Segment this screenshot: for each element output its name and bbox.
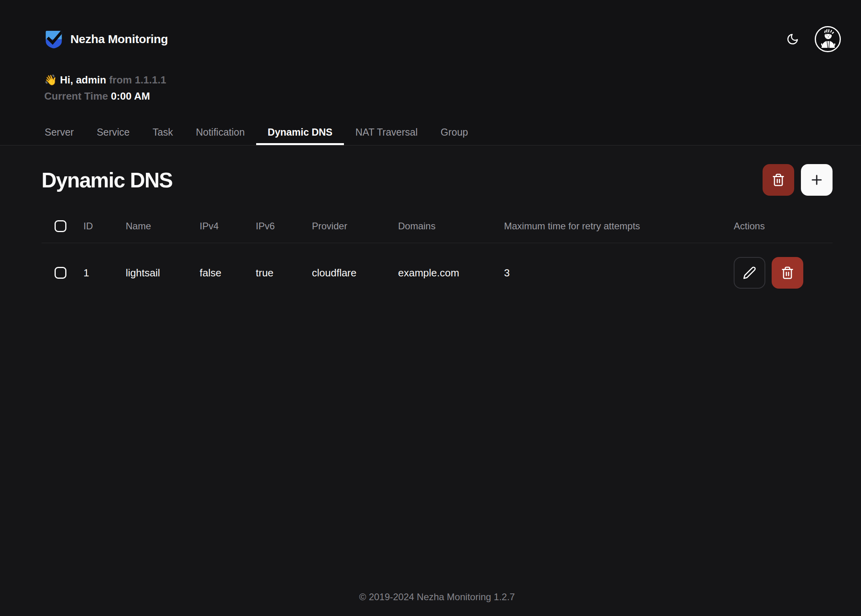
tab-label: Service [97, 127, 130, 138]
active-tab-indicator [256, 143, 344, 145]
tab-label: Server [45, 127, 74, 138]
cell-actions [734, 257, 833, 289]
table-row: 1 lightsail false true cloudflare exampl… [42, 243, 833, 302]
tab-task[interactable]: Task [141, 119, 184, 145]
header-actions [786, 26, 841, 52]
greeting-from: from 1.1.1.1 [109, 74, 166, 86]
avatar[interactable] [815, 26, 841, 52]
header-max-retry: Maximum time for retry attempts [504, 221, 734, 232]
cell-domains: example.com [398, 267, 504, 279]
row-checkbox-cell [42, 267, 83, 279]
cell-max-retry: 3 [504, 267, 734, 279]
cell-id: 1 [83, 267, 126, 279]
row-checkbox[interactable] [55, 267, 66, 279]
tab-dynamic-dns[interactable]: Dynamic DNS [256, 119, 344, 145]
header-ipv4: IPv4 [200, 221, 256, 232]
page-actions [763, 164, 833, 196]
trash-icon [781, 266, 794, 280]
current-time-value: 0:00 AM [111, 90, 150, 102]
select-all-checkbox[interactable] [55, 220, 66, 232]
tab-label: Task [153, 127, 173, 138]
current-time-line: Current Time 0:00 AM [44, 88, 841, 104]
nav-tabs: Server Service Task Notification Dynamic… [33, 119, 480, 145]
delete-row-button[interactable] [772, 257, 803, 289]
footer-copyright: © 2019-2024 Nezha Monitoring 1.2.7 [42, 591, 833, 603]
plus-icon [809, 172, 824, 187]
avatar-illustration [816, 27, 840, 51]
nezha-logo-icon [44, 29, 63, 49]
tab-label: Dynamic DNS [268, 127, 332, 138]
header-provider: Provider [312, 221, 398, 232]
delete-selected-button[interactable] [763, 164, 794, 196]
header-id: ID [83, 221, 126, 232]
greeting-block: 👋 Hi, admin from 1.1.1.1 Current Time 0:… [44, 72, 841, 104]
header-name: Name [126, 221, 200, 232]
tab-label: Notification [196, 127, 245, 138]
header-domains: Domains [398, 221, 504, 232]
brand-name: Nezha Monitoring [70, 32, 168, 46]
tab-label: NAT Traversal [355, 127, 417, 138]
cell-ipv4: false [200, 267, 256, 279]
tab-nat-traversal[interactable]: NAT Traversal [344, 119, 429, 145]
tab-service[interactable]: Service [85, 119, 141, 145]
pencil-icon [743, 266, 756, 280]
site-header: Nezha Monitoring [0, 0, 861, 145]
page-head: Dynamic DNS [42, 164, 833, 196]
brand-row: Nezha Monitoring [44, 0, 841, 52]
ddns-table: ID Name IPv4 IPv6 Provider Domains Maxim… [42, 209, 833, 302]
cell-ipv6: true [256, 267, 312, 279]
tab-label: Group [441, 127, 468, 138]
cell-provider: cloudflare [312, 267, 398, 279]
edit-row-button[interactable] [734, 257, 765, 289]
tab-group[interactable]: Group [429, 119, 480, 145]
brand[interactable]: Nezha Monitoring [44, 29, 168, 49]
wave-emoji: 👋 [44, 74, 57, 86]
tab-notification[interactable]: Notification [184, 119, 256, 145]
greeting-text: Hi, admin [60, 74, 106, 86]
moon-icon [786, 33, 799, 45]
trash-icon [772, 173, 785, 187]
greeting-line: 👋 Hi, admin from 1.1.1.1 [44, 72, 841, 88]
cell-name: lightsail [126, 267, 200, 279]
header-checkbox-cell [42, 220, 83, 232]
current-time-label: Current Time [44, 90, 108, 102]
header-actions: Actions [734, 221, 833, 232]
add-record-button[interactable] [801, 164, 833, 196]
page-title: Dynamic DNS [42, 168, 172, 192]
header-ipv6: IPv6 [256, 221, 312, 232]
theme-toggle-button[interactable] [786, 33, 799, 45]
table-header-row: ID Name IPv4 IPv6 Provider Domains Maxim… [42, 209, 833, 243]
tab-server[interactable]: Server [33, 119, 85, 145]
main-content: Dynamic DNS ID Name IPv4 IPv6 Provider [0, 164, 861, 302]
